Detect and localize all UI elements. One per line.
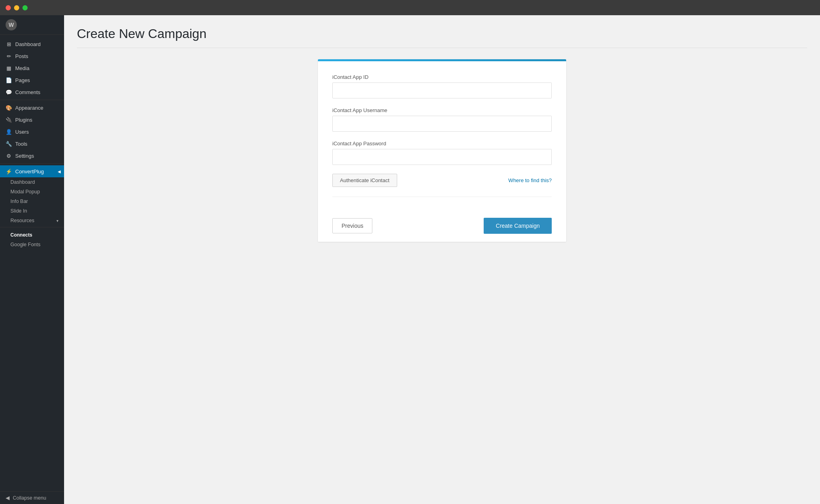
password-label: iContact App Password xyxy=(332,141,552,147)
sidebar-item-posts[interactable]: ✏ Posts xyxy=(0,50,64,62)
password-group: iContact App Password xyxy=(332,141,552,165)
sidebar-item-convertplug[interactable]: ⚡ ConvertPlug ◀ xyxy=(0,165,64,177)
sidebar-item-label: Appearance xyxy=(15,105,43,111)
password-input[interactable] xyxy=(332,149,552,165)
username-group: iContact App Username xyxy=(332,107,552,132)
app-id-input[interactable] xyxy=(332,82,552,98)
sidebar-item-label: Comments xyxy=(15,89,40,95)
sidebar-item-comments[interactable]: 💬 Comments xyxy=(0,86,64,98)
sidebar-item-label: Media xyxy=(15,65,29,71)
sidebar-item-label: ConvertPlug xyxy=(15,169,44,175)
convertplug-icon: ⚡ xyxy=(6,168,12,175)
dashboard-icon: ⊞ xyxy=(6,41,12,47)
sidebar-item-google-fonts[interactable]: Google Fonts xyxy=(0,240,64,249)
sidebar-item-appearance[interactable]: 🎨 Appearance xyxy=(0,102,64,114)
nav-divider-3 xyxy=(0,227,64,227)
appearance-icon: 🎨 xyxy=(6,104,12,111)
sidebar-item-modal-popup[interactable]: Modal Popup xyxy=(0,187,64,197)
chevron-down-icon: ▾ xyxy=(56,219,58,223)
previous-button[interactable]: Previous xyxy=(332,218,372,233)
wp-icon: W xyxy=(6,19,17,30)
submenu-label: Dashboard xyxy=(10,179,35,185)
chevron-icon: ◀ xyxy=(58,169,61,174)
app-id-label: iContact App ID xyxy=(332,74,552,80)
username-input[interactable] xyxy=(332,116,552,132)
username-label: iContact App Username xyxy=(332,107,552,113)
submenu-label: Resources xyxy=(10,218,34,223)
page-title: Create New Campaign xyxy=(77,26,807,41)
submenu-label: Slide In xyxy=(10,208,27,214)
sidebar-item-label: Settings xyxy=(15,153,34,159)
sidebar-item-info-bar[interactable]: Info Bar xyxy=(0,197,64,206)
sidebar-item-resources[interactable]: Resources ▾ xyxy=(0,216,64,225)
wordpress-logo[interactable]: W xyxy=(0,15,64,35)
sidebar-item-label: Users xyxy=(15,129,29,135)
tools-icon: 🔧 xyxy=(6,141,12,147)
sidebar-item-label: Dashboard xyxy=(15,41,41,47)
sidebar-item-pages[interactable]: 📄 Pages xyxy=(0,74,64,86)
nav-divider xyxy=(0,100,64,100)
sidebar-item-cp-dashboard[interactable]: Dashboard xyxy=(0,177,64,187)
sidebar-item-label: Pages xyxy=(15,77,30,83)
users-icon: 👤 xyxy=(6,129,12,135)
sidebar-item-users[interactable]: 👤 Users xyxy=(0,126,64,138)
collapse-icon: ◀ xyxy=(6,495,10,501)
comments-icon: 💬 xyxy=(6,89,12,95)
sidebar-item-media[interactable]: ▦ Media xyxy=(0,62,64,74)
sidebar-item-tools[interactable]: 🔧 Tools xyxy=(0,138,64,150)
sidebar-item-label: Posts xyxy=(15,53,28,59)
collapse-menu-button[interactable]: ◀ Collapse menu xyxy=(0,491,64,504)
plugins-icon: 🔌 xyxy=(6,116,12,123)
sidebar-item-settings[interactable]: ⚙ Settings xyxy=(0,150,64,162)
authenticate-button[interactable]: Authenticate iContact xyxy=(332,174,397,187)
app-layout: W ⊞ Dashboard ✏ Posts ▦ Media 📄 Pages 💬 … xyxy=(0,15,820,504)
minimize-button[interactable] xyxy=(14,5,19,10)
create-campaign-button[interactable]: Create Campaign xyxy=(484,218,552,234)
pages-icon: 📄 xyxy=(6,77,12,83)
sidebar-item-plugins[interactable]: 🔌 Plugins xyxy=(0,114,64,126)
nav-divider-2 xyxy=(0,163,64,164)
submenu-label: Google Fonts xyxy=(10,242,40,247)
connects-heading: Connects xyxy=(0,229,64,240)
campaign-card: iContact App ID iContact App Username iC… xyxy=(318,59,566,242)
submenu-label: Info Bar xyxy=(10,199,28,204)
auth-row: Authenticate iContact Where to find this… xyxy=(332,174,552,197)
submenu-label: Modal Popup xyxy=(10,189,40,195)
sidebar-item-slide-in[interactable]: Slide In xyxy=(0,206,64,216)
sidebar-item-label: Tools xyxy=(15,141,27,147)
posts-icon: ✏ xyxy=(6,53,12,59)
card-body: iContact App ID iContact App Username iC… xyxy=(318,61,566,210)
main-content: Create New Campaign iContact App ID iCon… xyxy=(64,15,820,504)
sidebar: W ⊞ Dashboard ✏ Posts ▦ Media 📄 Pages 💬 … xyxy=(0,15,64,504)
title-bar xyxy=(0,0,820,15)
sidebar-item-dashboard[interactable]: ⊞ Dashboard xyxy=(0,38,64,50)
app-id-group: iContact App ID xyxy=(332,74,552,98)
sidebar-item-label: Plugins xyxy=(15,117,32,123)
media-icon: ▦ xyxy=(6,65,12,71)
where-to-find-link[interactable]: Where to find this? xyxy=(508,177,552,183)
close-button[interactable] xyxy=(6,5,11,10)
collapse-menu-label: Collapse menu xyxy=(13,495,46,501)
maximize-button[interactable] xyxy=(22,5,28,10)
page-divider xyxy=(77,48,807,48)
sidebar-nav: ⊞ Dashboard ✏ Posts ▦ Media 📄 Pages 💬 Co… xyxy=(0,35,64,491)
settings-icon: ⚙ xyxy=(6,153,12,159)
card-footer: Previous Create Campaign xyxy=(318,210,566,242)
